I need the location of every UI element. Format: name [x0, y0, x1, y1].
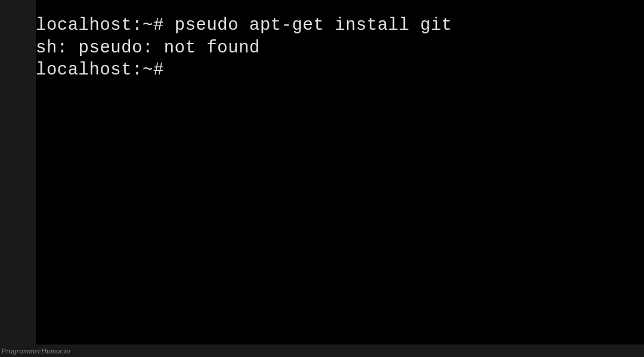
watermark-text: ProgrammerHumor.io	[1, 346, 70, 356]
terminal-line-output: sh: pseudo: not found	[36, 37, 644, 60]
terminal-window[interactable]: localhost:~# pseudo apt-get install git …	[36, 0, 644, 344]
terminal-line-prompt: localhost:~#	[36, 59, 644, 82]
terminal-line-command: localhost:~# pseudo apt-get install git	[36, 14, 644, 37]
left-sidebar	[0, 0, 36, 344]
